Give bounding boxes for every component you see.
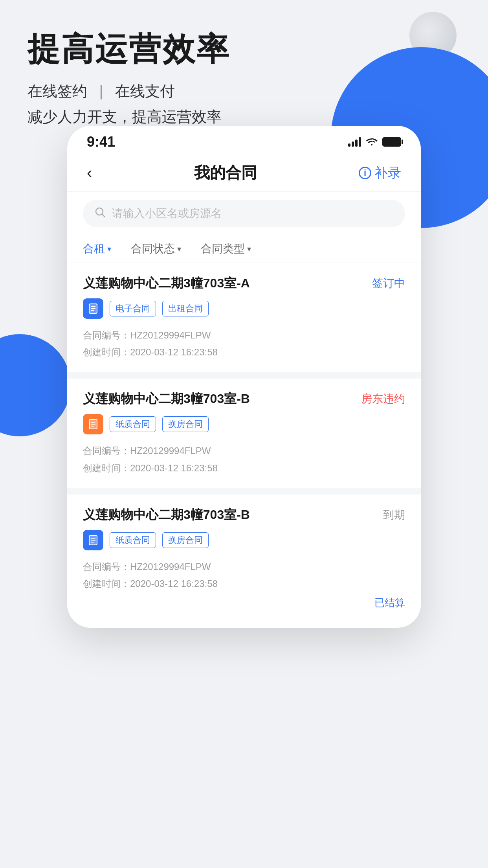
contract-icon — [83, 414, 103, 434]
signal-icon — [348, 137, 361, 147]
nav-title: 我的合同 — [194, 162, 257, 184]
filter-type-label: 合同类型 — [201, 241, 245, 256]
contract-item[interactable]: 义莲购物中心二期3幢703室-B 到期 纸质合同 换房合同 合同编号： — [67, 495, 421, 622]
contract-footer: 已结算 — [83, 596, 405, 610]
nav-bar: ‹ 我的合同 i 补录 — [67, 154, 421, 192]
contract-tags: 纸质合同 换房合同 — [83, 530, 405, 550]
contract-no: 合同编号：HZ20129994FLPW — [83, 558, 405, 575]
contract-title: 义莲购物中心二期3幢703室-B — [83, 390, 250, 408]
contract-tags: 电子合同 出租合同 — [83, 298, 405, 319]
contract-meta: 合同编号：HZ20129994FLPW 创建时间：2020-03-12 16:2… — [83, 327, 405, 360]
filter-type-arrow: ▾ — [247, 244, 251, 254]
contract-list: 义莲购物中心二期3幢703室-A 签订中 电子合同 出租合同 合同编号 — [67, 263, 421, 622]
filter-bar: 合租 ▾ 合同状态 ▾ 合同类型 ▾ — [67, 235, 421, 263]
contract-title: 义莲购物中心二期3幢703室-A — [83, 275, 250, 292]
supplement-button[interactable]: i 补录 — [359, 164, 401, 182]
search-placeholder: 请输入小区名或房源名 — [112, 206, 222, 221]
filter-status-label: 合同状态 — [131, 241, 175, 256]
contract-title: 义莲购物中心二期3幢703室-B — [83, 506, 250, 524]
tag-exchange: 换房合同 — [162, 532, 209, 548]
contract-status: 到期 — [383, 508, 405, 522]
contract-icon — [83, 530, 103, 550]
search-input-wrap[interactable]: 请输入小区名或房源名 — [83, 200, 405, 227]
contract-header: 义莲购物中心二期3幢703室-B 到期 — [83, 506, 405, 524]
tag-paper: 纸质合同 — [110, 416, 156, 432]
tag-paper: 纸质合同 — [110, 532, 156, 548]
filter-hezhu-arrow: ▾ — [107, 244, 111, 254]
subtitle-divider: | — [99, 83, 103, 99]
hero-title: 提高运营效率 — [28, 31, 230, 67]
filter-status-arrow: ▾ — [177, 244, 181, 254]
subtitle-line1: 在线签约 | 在线支付 — [28, 83, 175, 99]
search-icon — [95, 207, 106, 221]
info-icon: i — [359, 167, 371, 179]
search-bar: 请输入小区名或房源名 — [67, 192, 421, 235]
filter-status[interactable]: 合同状态 ▾ — [131, 241, 181, 256]
contract-item[interactable]: 义莲购物中心二期3幢703室-B 房东违约 纸质合同 换房合同 合同编 — [67, 379, 421, 488]
contract-icon — [83, 298, 103, 319]
contract-meta: 合同编号：HZ20129994FLPW 创建时间：2020-03-12 16:2… — [83, 442, 405, 476]
contract-meta: 合同编号：HZ20129994FLPW 创建时间：2020-03-12 16:2… — [83, 558, 405, 592]
battery-icon — [382, 137, 401, 147]
tag-exchange: 换房合同 — [162, 416, 209, 432]
filter-hezhu[interactable]: 合租 ▾ — [83, 241, 111, 256]
contract-tags: 纸质合同 换房合同 — [83, 414, 405, 434]
filter-hezhu-label: 合租 — [83, 241, 105, 256]
phone-mockup: 9:41 ‹ 我的合同 i 补录 — [67, 126, 421, 628]
status-bar: 9:41 — [67, 126, 421, 154]
tag-rental: 出租合同 — [162, 301, 209, 316]
wifi-icon — [366, 136, 378, 148]
tag-electronic: 电子合同 — [110, 301, 156, 316]
contract-created: 创建时间：2020-03-12 16:23:58 — [83, 344, 405, 360]
subtitle-line2: 减少人力开支，提高运营效率 — [28, 108, 222, 125]
hero-subtitle: 在线签约 | 在线支付 减少人力开支，提高运营效率 — [28, 79, 230, 129]
settled-badge: 已结算 — [374, 596, 405, 610]
filter-type[interactable]: 合同类型 ▾ — [201, 241, 251, 256]
hero-section: 提高运营效率 在线签约 | 在线支付 减少人力开支，提高运营效率 — [28, 31, 230, 129]
contract-header: 义莲购物中心二期3幢703室-A 签订中 — [83, 275, 405, 292]
svg-line-1 — [102, 214, 105, 217]
contract-header: 义莲购物中心二期3幢703室-B 房东违约 — [83, 390, 405, 408]
contract-created: 创建时间：2020-03-12 16:23:58 — [83, 460, 405, 476]
status-icons — [348, 136, 401, 148]
contract-item[interactable]: 义莲购物中心二期3幢703室-A 签订中 电子合同 出租合同 合同编号 — [67, 263, 421, 372]
contract-status: 房东违约 — [361, 392, 405, 406]
back-button[interactable]: ‹ — [87, 164, 92, 182]
contract-status: 签订中 — [372, 276, 405, 291]
bg-circle-left — [0, 334, 71, 436]
contract-no: 合同编号：HZ20129994FLPW — [83, 442, 405, 459]
status-time: 9:41 — [87, 134, 115, 150]
contract-created: 创建时间：2020-03-12 16:23:58 — [83, 575, 405, 592]
contract-no: 合同编号：HZ20129994FLPW — [83, 327, 405, 344]
